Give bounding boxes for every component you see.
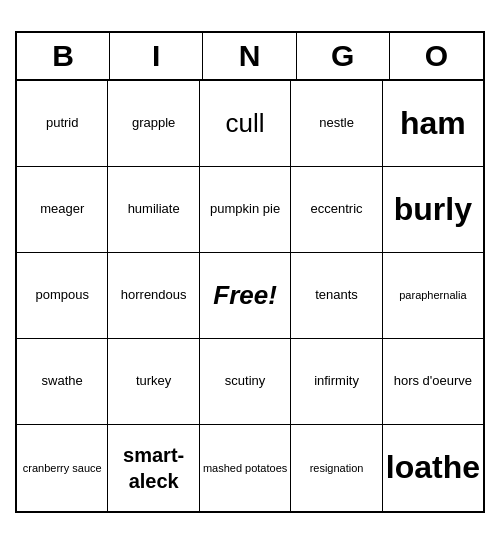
header-letter: B — [17, 33, 110, 79]
bingo-grid: putridgrapplecullnestlehammeagerhumiliat… — [17, 81, 483, 511]
bingo-cell: ham — [383, 81, 483, 167]
bingo-cell: horrendous — [108, 253, 199, 339]
bingo-cell: humiliate — [108, 167, 199, 253]
bingo-cell: nestle — [291, 81, 382, 167]
bingo-cell: cull — [200, 81, 291, 167]
bingo-cell: cranberry sauce — [17, 425, 108, 511]
header-letter: O — [390, 33, 483, 79]
header-letter: N — [203, 33, 296, 79]
bingo-cell: mashed potatoes — [200, 425, 291, 511]
bingo-cell: scutiny — [200, 339, 291, 425]
bingo-cell: burly — [383, 167, 483, 253]
bingo-card: BINGO putridgrapplecullnestlehammeagerhu… — [15, 31, 485, 513]
bingo-cell: pompous — [17, 253, 108, 339]
bingo-cell: loathe — [383, 425, 483, 511]
bingo-cell: turkey — [108, 339, 199, 425]
bingo-cell: smart-aleck — [108, 425, 199, 511]
bingo-cell: swathe — [17, 339, 108, 425]
bingo-cell: hors d'oeurve — [383, 339, 483, 425]
bingo-cell: Free! — [200, 253, 291, 339]
bingo-cell: putrid — [17, 81, 108, 167]
header-letter: I — [110, 33, 203, 79]
header-letter: G — [297, 33, 390, 79]
bingo-cell: eccentric — [291, 167, 382, 253]
bingo-cell: meager — [17, 167, 108, 253]
bingo-cell: pumpkin pie — [200, 167, 291, 253]
bingo-header: BINGO — [17, 33, 483, 81]
bingo-cell: grapple — [108, 81, 199, 167]
bingo-cell: resignation — [291, 425, 382, 511]
bingo-cell: tenants — [291, 253, 382, 339]
bingo-cell: infirmity — [291, 339, 382, 425]
bingo-cell: paraphernalia — [383, 253, 483, 339]
